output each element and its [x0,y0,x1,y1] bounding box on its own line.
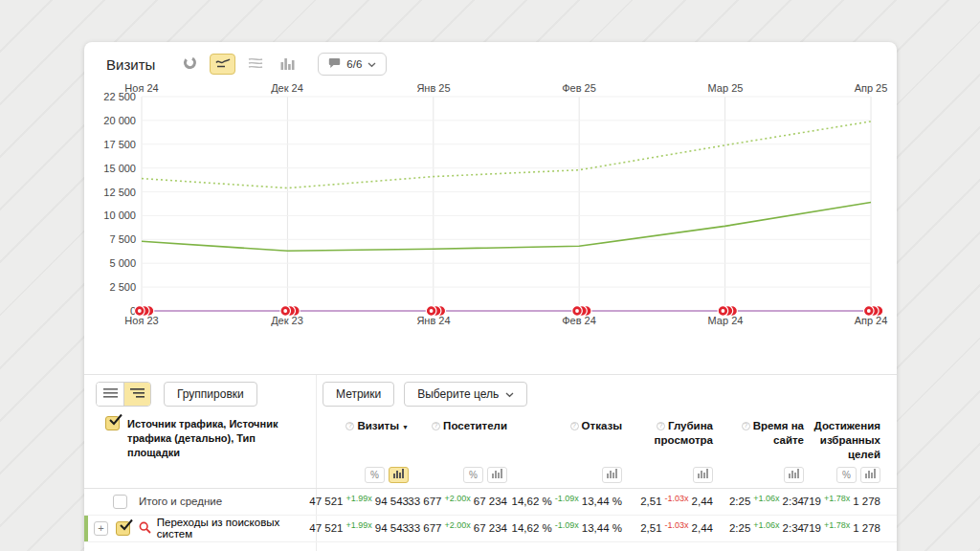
y-tick-label: 20 000 [103,115,136,126]
x-axis-bottom-label: Мар 24 [682,315,768,326]
y-tick-label: 22 500 [103,91,136,102]
metric-curr: 94 543 [375,522,409,534]
metric-curr: 2,44 [692,522,713,534]
table-row-search-traffic[interactable]: + Переходы из поисковых систем 47 521+1.… [84,516,897,542]
bars-toggle-visits[interactable] [389,467,409,483]
y-tick-label: 5 000 [109,257,136,269]
report-table-section: Группировки Метрики Выберите цель Источн… [84,374,897,551]
metric-ratio: +1.99x [346,520,372,530]
select-all-checkbox[interactable] [105,416,120,430]
column-header-time[interactable]: Время на сайте [713,416,804,448]
column-header-goals[interactable]: Достижения избранных целей [804,416,880,462]
x-axis-bottom-label: Дек 23 [244,315,330,326]
metric-prev: 719 [803,522,821,534]
help-icon [570,422,579,430]
metric-ratio: +2.00x [445,494,471,503]
x-axis-top-label: Янв 25 [390,82,477,94]
columns-chart-type-button[interactable] [276,54,299,75]
y-tick-label: 10 000 [103,209,136,221]
expand-row-button[interactable]: + [94,521,108,536]
metric-curr: 1 278 [853,522,880,534]
stacked-lines-icon [248,56,263,73]
column-display-toggles-row: % % % [84,462,897,489]
help-icon [742,422,750,430]
view-mode-switcher [96,382,151,407]
metric-ratio: -1.09x [555,520,579,530]
dimension-header-cell: Источник трафика, Источник трафика (дета… [84,416,316,460]
dimension-header-label: Источник трафика, Источник трафика (дета… [127,417,293,460]
flat-list-view-button[interactable] [97,383,123,406]
tree-icon [130,387,145,402]
x-axis-bottom-label: Янв 24 [390,315,477,326]
pie-chart-type-button[interactable] [178,54,201,75]
metric-prev: 2,51 [640,496,661,507]
chart-toolbar: Визиты 6/6 [84,42,897,86]
visits-report-card: Визиты 6/6 Ноя 24 Дек 24 Янв 25 Фев 25 М… [84,42,897,551]
x-axis-bottom-label: Апр 24 [828,315,914,326]
metric-ratio: -1.03x [665,520,689,530]
metric-prev: 2,51 [640,522,661,534]
goal-select-button[interactable]: Выберите цель [404,382,527,407]
bars-toggle-visitors[interactable] [487,467,507,483]
column-header-depth[interactable]: Глубина просмотра [622,416,713,448]
search-engine-icon [139,521,151,536]
column-header-bounces[interactable]: Отказы [507,416,622,433]
x-axis-bottom-label: Ноя 23 [99,315,185,326]
bars-toggle-goals[interactable] [860,467,880,483]
chevron-down-icon [505,387,514,401]
annotations-dropdown[interactable]: 6/6 [318,53,387,76]
metric-ratio: +1.78x [824,494,850,503]
metric-prev: 47 521 [309,496,343,507]
y-tick-label: 15 000 [103,163,136,174]
percent-toggle-goals[interactable]: % [836,467,857,483]
annotations-count: 6/6 [346,58,362,70]
stacked-lines-chart-type-button[interactable] [244,54,267,75]
y-tick-label: 2 500 [109,281,136,293]
mini-bars-icon [698,469,708,480]
table-controls: Группировки Метрики Выберите цель [84,375,897,408]
x-axis-top-label: Апр 25 [828,82,914,94]
chevron-down-icon [368,58,376,70]
y-tick-label: 7 500 [109,233,136,245]
line-chart-icon [215,56,231,72]
help-icon [345,422,354,430]
metrics-controls: Метрики Выберите цель [323,382,527,407]
visits-line-chart[interactable] [142,97,871,311]
metric-ratio: -1.03x [665,494,689,503]
x-axis-top-label: Мар 25 [682,82,768,94]
groupings-button[interactable]: Группировки [164,382,257,407]
bars-toggle-time[interactable] [784,467,804,483]
row-label[interactable]: Переходы из поисковых систем [157,517,316,540]
line-chart-type-button[interactable] [210,54,235,75]
column-header-visits[interactable]: Визиты▼ [316,416,409,433]
percent-toggle-visits[interactable]: % [365,467,385,483]
column-header-visitors[interactable]: Посетители [409,416,507,433]
bars-toggle-depth[interactable] [693,467,713,483]
row-checkbox[interactable] [113,495,127,509]
metric-curr: 2:34 [783,522,804,534]
help-icon [657,422,665,430]
mini-bars-icon [393,469,404,480]
metrics-button[interactable]: Метрики [323,382,394,407]
table-header-row: Источник трафика, Источник трафика (дета… [84,408,897,462]
metric-prev: 47 521 [309,522,343,534]
comment-bubble-icon [328,57,341,71]
metric-curr: 67 234 [474,522,507,534]
bars-toggle-bounces[interactable] [602,467,622,483]
metric-ratio: -1.09x [555,494,579,503]
metric-ratio: +2.00x [445,520,471,530]
percent-toggle-visitors[interactable]: % [463,467,483,483]
metric-prev: 14,62 % [512,522,552,534]
mini-bars-icon [607,469,617,480]
help-icon [432,422,440,430]
y-tick-label: 17 500 [103,139,136,150]
metric-ratio: +1.99x [346,494,372,503]
table-row-totals[interactable]: Итого и средние 47 521+1.99x94 543 33 67… [84,489,897,516]
x-axis-bottom-label: Фев 24 [536,315,622,326]
tree-view-button[interactable] [123,383,150,406]
goal-select-label: Выберите цель [417,387,499,401]
mini-bars-icon [865,469,876,480]
row-checkbox[interactable] [116,521,130,536]
y-tick-label: 12 500 [103,187,136,198]
metric-curr: 94 543 [375,496,409,507]
